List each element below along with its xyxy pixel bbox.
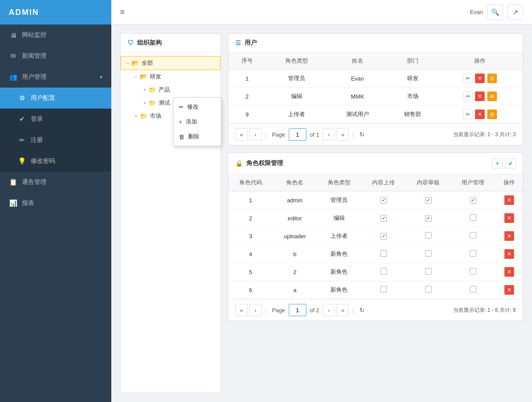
role-delete-button[interactable]: ✕ [504, 267, 514, 277]
role-code: uploader [273, 227, 317, 245]
tree-item-all[interactable]: − 📂 全部 [121, 56, 220, 70]
last-page-button[interactable]: » [337, 128, 349, 141]
role-review-cb[interactable]: ✔ [406, 209, 450, 227]
user-dept: 市场 [388, 88, 437, 106]
role-upload-cb[interactable]: ✔ [361, 191, 406, 209]
col-role-type: 角色类型 [317, 174, 362, 191]
sidebar-label: 网站监控 [22, 31, 103, 39]
role-refresh-button[interactable]: ↻ [359, 307, 365, 314]
role-delete-button[interactable]: ✕ [504, 195, 514, 205]
role-usermgmt-cb[interactable] [450, 227, 495, 245]
tree-expand-product-icon: + [143, 87, 146, 92]
sidebar-item-login[interactable]: ✔ 登录 [0, 109, 111, 130]
role-upload-cb[interactable] [361, 245, 406, 263]
user-card: ☰ 用户 序号 角色类型 姓名 部门 操作 1 管理员 [228, 33, 523, 145]
role-upload-cb[interactable] [361, 281, 406, 299]
role-seq: 5 [228, 263, 273, 281]
role-delete-button[interactable]: ✕ [504, 213, 514, 223]
chevron-down-icon: ▾ [100, 74, 103, 80]
page-input[interactable] [289, 128, 306, 141]
sidebar-item-report[interactable]: 📊 报表 [0, 193, 111, 214]
prev-page-button[interactable]: ‹ [249, 128, 262, 141]
role-usermgmt-cb[interactable] [450, 281, 495, 299]
role-usermgmt-cb[interactable] [450, 209, 495, 227]
sidebar-item-website-monitor[interactable]: 🖥 网站监控 [0, 25, 111, 46]
col-review: 内容审核 [406, 174, 450, 191]
sidebar-item-user-config[interactable]: ⚙ 用户配置 [0, 88, 111, 109]
tree-label-test: 测试 [159, 99, 170, 107]
role-last-page-button[interactable]: » [337, 304, 349, 316]
folder-market-icon: 📁 [140, 113, 147, 120]
role-page-input[interactable] [289, 304, 306, 316]
first-page-button[interactable]: « [235, 128, 248, 141]
user-disable-button[interactable]: ⊘ [487, 74, 497, 83]
role-review-cb[interactable]: ✔ [406, 191, 450, 209]
export-button[interactable]: ↗ [507, 4, 523, 20]
search-button[interactable]: 🔍 [487, 4, 503, 20]
col-action: 操作 [437, 53, 523, 70]
hamburger-button[interactable]: ≡ [120, 7, 125, 17]
role-seq: 3 [228, 227, 273, 245]
org-tree-icon: ⛉ [128, 39, 134, 46]
role-review-cb[interactable] [406, 263, 450, 281]
user-edit-button[interactable]: ✏ [463, 109, 473, 119]
user-delete-button[interactable]: ✕ [475, 109, 485, 119]
tree-item-rd[interactable]: − 📂 研发 [129, 70, 220, 83]
role-usermgmt-cb[interactable]: ✔ [450, 191, 495, 209]
context-menu-edit[interactable]: ✏ 修改 [174, 99, 221, 114]
register-icon: ✏ [18, 136, 26, 145]
user-edit-button[interactable]: ✏ [463, 74, 473, 83]
edit-icon: ✏ [179, 104, 184, 110]
role-delete-button[interactable]: ✕ [504, 231, 514, 241]
context-menu-delete[interactable]: 🗑 删除 [174, 129, 221, 144]
user-disable-button[interactable]: ⊘ [487, 109, 497, 119]
sidebar-label: 登录 [31, 115, 103, 123]
role-usermgmt-cb[interactable] [450, 245, 495, 263]
sidebar-item-notice-manage[interactable]: 📋 通告管理 [0, 172, 111, 193]
role-review-cb[interactable] [406, 281, 450, 299]
user-actions: ✏ ✕ ⊘ [437, 106, 523, 123]
role-next-page-button[interactable]: › [323, 304, 335, 316]
next-page-button[interactable]: › [323, 128, 335, 141]
role-card-title: 角色权限管理 [246, 159, 283, 167]
user-list-icon: ☰ [235, 39, 241, 46]
role-first-page-button[interactable]: « [235, 304, 248, 316]
role-actions: ✕ [495, 191, 523, 209]
sidebar-item-change-password[interactable]: 💡 修改密码 [0, 151, 111, 172]
sidebar: ADMIN 🖥 网站监控 ✉ 新闻管理 👥 用户管理 ▾ ⚙ 用户配置 ✔ 登录… [0, 0, 111, 402]
user-disable-button[interactable]: ⊘ [487, 92, 497, 101]
role-upload-cb[interactable] [361, 263, 406, 281]
refresh-button[interactable]: ↻ [359, 131, 365, 138]
role-table-row: 3 uploader 上传者 ✔ ✕ [228, 227, 523, 245]
role-review-cb[interactable] [406, 227, 450, 245]
user-dept: 研发 [388, 70, 437, 88]
context-menu-add[interactable]: + 添加 [174, 114, 221, 129]
role-confirm-button[interactable]: ✔ [505, 158, 516, 169]
role-add-button[interactable]: + [492, 158, 503, 169]
sidebar-item-user-manage[interactable]: 👥 用户管理 ▾ [0, 67, 111, 88]
sidebar-item-register[interactable]: ✏ 注册 [0, 130, 111, 151]
user-delete-button[interactable]: ✕ [475, 92, 485, 101]
user-delete-button[interactable]: ✕ [475, 74, 485, 83]
sidebar-item-news-manage[interactable]: ✉ 新闻管理 [0, 46, 111, 67]
role-review-cb[interactable] [406, 245, 450, 263]
role-prev-page-button[interactable]: ‹ [249, 304, 262, 316]
col-upload: 内容上传 [361, 174, 406, 191]
user-table-row: 2 编辑 MMK 市场 ✏ ✕ ⊘ [228, 88, 523, 106]
tree-item-product[interactable]: + 📁 产品 [138, 83, 220, 96]
role-upload-cb[interactable]: ✔ [361, 227, 406, 245]
user-edit-button[interactable]: ✏ [463, 92, 473, 101]
user-table-row: 1 管理员 Evan 研发 ✏ ✕ ⊘ [228, 70, 523, 88]
role-upload-cb[interactable]: ✔ [361, 209, 406, 227]
role-delete-button[interactable]: ✕ [504, 249, 514, 259]
role-delete-button[interactable]: ✕ [504, 285, 514, 295]
content-area: ⛉ 组织架构 − 📂 全部 − 📂 研发 [111, 25, 532, 402]
role-usermgmt-cb[interactable] [450, 263, 495, 281]
sidebar-submenu-user: ⚙ 用户配置 ✔ 登录 ✏ 注册 💡 修改密码 [0, 88, 111, 172]
role-code: admin [273, 191, 317, 209]
context-add-label: 添加 [186, 118, 197, 126]
role-page-label: Page [272, 307, 285, 314]
user-table-header-row: 序号 角色类型 姓名 部门 操作 [228, 53, 523, 70]
tree-expand-market-icon: + [135, 113, 137, 119]
sidebar-header: ADMIN [0, 0, 111, 25]
